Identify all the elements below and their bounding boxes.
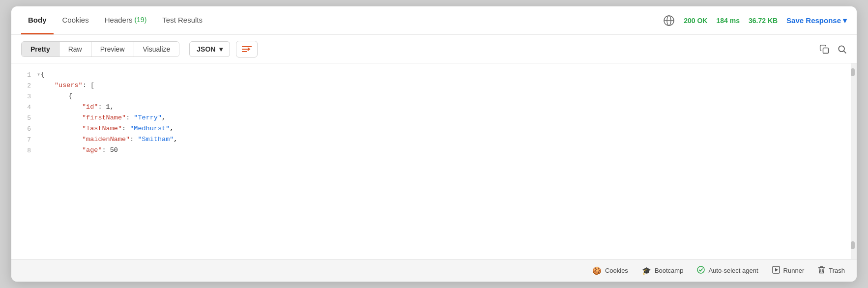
bottom-trash[interactable]: Trash <box>818 266 845 275</box>
runner-icon <box>772 266 780 275</box>
tab-body[interactable]: Body <box>21 6 54 34</box>
svg-rect-6 <box>823 48 829 53</box>
bottom-bootcamp[interactable]: 🎓 Bootcamp <box>642 266 684 275</box>
tabs-bar: Body Cookies Headers (19) Test Results 2… <box>11 6 857 35</box>
main-window: Body Cookies Headers (19) Test Results 2… <box>11 6 857 282</box>
toolbar-right-actions <box>819 44 847 54</box>
code-line-1: ▾ { <box>37 69 857 80</box>
trash-icon <box>818 266 825 275</box>
svg-point-9 <box>697 266 704 273</box>
response-size: 36.72 KB <box>749 17 778 25</box>
scrollbar-thumb-bottom[interactable] <box>851 241 855 249</box>
svg-line-8 <box>844 51 846 53</box>
cookies-icon: 🍪 <box>592 266 602 275</box>
code-line-8: "age": 50 <box>37 145 857 156</box>
auto-select-icon <box>697 266 705 275</box>
search-button[interactable] <box>837 44 847 54</box>
code-line-4: "id": 1, <box>37 102 857 113</box>
view-toolbar: Pretty Raw Preview Visualize JSON ▾ <box>11 35 857 63</box>
bootcamp-icon: 🎓 <box>642 266 651 275</box>
search-icon <box>837 44 847 54</box>
save-response-button[interactable]: Save Response ▾ <box>786 16 847 25</box>
scrollbar-track[interactable] <box>851 63 857 259</box>
word-wrap-button[interactable] <box>236 41 258 58</box>
bottom-bar: 🍪 Cookies 🎓 Bootcamp Auto-select agent <box>11 259 857 282</box>
bottom-runner[interactable]: Runner <box>772 266 805 275</box>
scrollbar-thumb-top[interactable] <box>851 68 855 76</box>
view-btn-visualize[interactable]: Visualize <box>134 42 179 57</box>
copy-icon <box>819 44 829 54</box>
fold-icon-1[interactable]: ▾ <box>37 69 41 80</box>
response-meta: 200 OK 184 ms 36.72 KB Save Response ▾ <box>663 15 847 27</box>
status-code: 200 OK <box>684 17 707 25</box>
svg-marker-11 <box>775 268 778 272</box>
code-line-2: "users": [ <box>37 80 857 91</box>
code-area: 1 2 3 4 5 6 7 8 ▾ { "users": [ { <box>11 63 857 259</box>
code-line-5: "firstName": "Terry", <box>37 113 857 123</box>
view-btn-preview[interactable]: Preview <box>91 42 134 57</box>
view-format-buttons: Pretty Raw Preview Visualize <box>21 41 179 57</box>
response-tabs: Body Cookies Headers (19) Test Results <box>21 6 209 34</box>
code-line-3: { <box>37 91 857 102</box>
copy-button[interactable] <box>819 44 829 54</box>
globe-icon <box>663 15 675 27</box>
bottom-auto-select[interactable]: Auto-select agent <box>697 266 758 275</box>
code-line-7: "maidenName": "Smitham", <box>37 134 857 145</box>
tab-test-results[interactable]: Test Results <box>155 6 209 34</box>
word-wrap-icon <box>241 45 252 54</box>
response-time: 184 ms <box>716 17 739 25</box>
headers-badge: (19) <box>134 16 146 24</box>
view-btn-raw[interactable]: Raw <box>59 42 91 57</box>
svg-point-7 <box>839 46 844 52</box>
json-code-content: ▾ { "users": [ { "id": 1, "firstName": " <box>37 63 857 259</box>
bottom-cookies[interactable]: 🍪 Cookies <box>592 266 628 275</box>
tab-cookies[interactable]: Cookies <box>56 6 96 34</box>
tab-headers[interactable]: Headers (19) <box>98 6 154 34</box>
line-numbers: 1 2 3 4 5 6 7 8 <box>11 63 37 259</box>
view-btn-pretty[interactable]: Pretty <box>22 42 59 57</box>
format-selector[interactable]: JSON ▾ <box>189 41 230 57</box>
code-line-6: "lastName": "Medhurst", <box>37 123 857 134</box>
